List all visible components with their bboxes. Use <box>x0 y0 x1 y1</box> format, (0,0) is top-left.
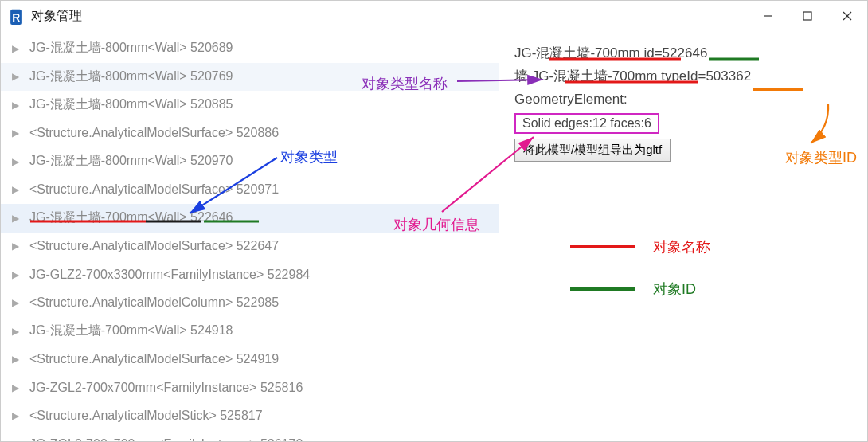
tree-label: <Structure.AnalyticalModelColumn> 522985 <box>29 295 279 310</box>
tree-row[interactable]: ▶<Structure.AnalyticalModelColumn> 52298… <box>1 289 499 318</box>
caret-icon: ▶ <box>12 354 26 365</box>
tree-label: JG-混凝土墙-700mm<Wall> 524918 <box>29 323 233 339</box>
detail-panel: JG-混凝土墙-700mm id=522646 墙 JG-混凝土墙-700mm … <box>499 31 867 442</box>
tree-label: JG-ZGL2-700x700mm<FamilyInstance> 526170 <box>29 437 303 442</box>
tree-row[interactable]: ▶JG-混凝土墙-700mm<Wall> 524918 <box>1 317 499 346</box>
legend-obj-name: 对象名称 <box>570 237 710 256</box>
detail-name-id: JG-混凝土墙-700mm id=522646 <box>514 42 851 65</box>
tree-row[interactable]: ▶<Structure.AnalyticalModelSurface> 5226… <box>1 233 499 261</box>
legend-obj-id: 对象ID <box>570 280 696 299</box>
caret-icon: ▶ <box>12 297 26 308</box>
svg-rect-3 <box>803 12 811 20</box>
caret-icon: ▶ <box>12 184 26 195</box>
caret-icon: ▶ <box>12 100 26 111</box>
legend-bar-green <box>570 287 635 291</box>
tree-label: JG-混凝土墙-700mm<Wall> 522646 <box>29 209 233 226</box>
window-title: 对象管理 <box>31 8 82 25</box>
caret-icon: ▶ <box>12 156 26 167</box>
app-icon: R <box>7 7 25 25</box>
caret-icon: ▶ <box>12 213 26 224</box>
caret-icon: ▶ <box>12 71 26 82</box>
tree-row[interactable]: ▶JG-GLZ2-700x3300mm<FamilyInstance> 5229… <box>1 260 499 289</box>
legend-text: 对象ID <box>653 280 696 299</box>
tree-row[interactable]: ▶JG-混凝土墙-800mm<Wall> 520769 <box>1 63 499 92</box>
caret-icon: ▶ <box>12 241 26 252</box>
legend-bar-red <box>570 245 635 248</box>
tree-row[interactable]: ▶JG-混凝土墙-800mm<Wall> 520970 <box>1 147 499 176</box>
caret-icon: ▶ <box>12 382 26 393</box>
tree-row[interactable]: ▶JG-ZGL2-700x700mm<FamilyInstance> 52617… <box>1 430 499 442</box>
tree-label: JG-GLZ2-700x3300mm<FamilyInstance> 52298… <box>29 268 310 282</box>
tree-label: <Structure.AnalyticalModelSurface> 52491… <box>29 352 279 366</box>
caret-icon: ▶ <box>12 410 26 421</box>
caret-icon: ▶ <box>12 127 26 139</box>
tree-label: <Structure.AnalyticalModelStick> 525817 <box>29 409 263 423</box>
tree-label: JG-混凝土墙-800mm<Wall> 520689 <box>29 40 233 57</box>
caret-icon: ▶ <box>12 269 26 280</box>
tree-label: JG-混凝土墙-800mm<Wall> 520970 <box>29 153 233 170</box>
legend-text: 对象名称 <box>653 237 710 256</box>
export-gltf-button[interactable]: 将此模型/模型组导出为gltf <box>514 139 671 162</box>
detail-geom-header: GeometryElement: <box>514 88 851 111</box>
tree-row[interactable]: ▶<Structure.AnalyticalModelSurface> 5249… <box>1 346 499 374</box>
svg-text:R: R <box>12 12 20 24</box>
tree-label: JG-混凝土墙-800mm<Wall> 520885 <box>29 96 233 113</box>
tree-label: JG-混凝土墙-800mm<Wall> 520769 <box>29 68 233 85</box>
caret-icon: ▶ <box>12 439 26 442</box>
tree-row[interactable]: ▶<Structure.AnalyticalModelStick> 525817 <box>1 402 499 431</box>
tree-row[interactable]: ▶JG-混凝土墙-800mm<Wall> 520689 <box>1 34 499 63</box>
tree-label: <Structure.AnalyticalModelSurface> 52264… <box>29 239 279 253</box>
detail-type-line: 墙 JG-混凝土墙-700mm typeId=503362 <box>514 65 851 88</box>
window-controls <box>748 1 867 31</box>
titlebar: R 对象管理 <box>1 1 867 31</box>
tree-label: JG-ZGL2-700x700mm<FamilyInstance> 525816 <box>29 381 303 395</box>
content-area: ▶JG-混凝土墙-800mm<Wall> 520689 ▶JG-混凝土墙-800… <box>1 31 867 442</box>
tree-label: <Structure.AnalyticalModelSurface> 52088… <box>29 126 279 140</box>
close-button[interactable] <box>827 1 867 31</box>
tree-row-selected[interactable]: ▶JG-混凝土墙-700mm<Wall> 522646 <box>1 204 499 233</box>
caret-icon: ▶ <box>12 43 26 54</box>
tree-label: <Structure.AnalyticalModelSurface> 52097… <box>29 182 279 197</box>
caret-icon: ▶ <box>12 326 26 337</box>
tree-row[interactable]: ▶JG-ZGL2-700x700mm<FamilyInstance> 52581… <box>1 374 499 402</box>
object-tree[interactable]: ▶JG-混凝土墙-800mm<Wall> 520689 ▶JG-混凝土墙-800… <box>1 31 499 442</box>
tree-row[interactable]: ▶<Structure.AnalyticalModelSurface> 5208… <box>1 119 499 148</box>
solid-info-box: Solid edges:12 faces:6 <box>514 113 659 134</box>
maximize-button[interactable] <box>788 1 827 31</box>
minimize-button[interactable] <box>748 1 788 31</box>
tree-row[interactable]: ▶JG-混凝土墙-800mm<Wall> 520885 <box>1 91 499 119</box>
tree-row[interactable]: ▶<Structure.AnalyticalModelSurface> 5209… <box>1 176 499 205</box>
